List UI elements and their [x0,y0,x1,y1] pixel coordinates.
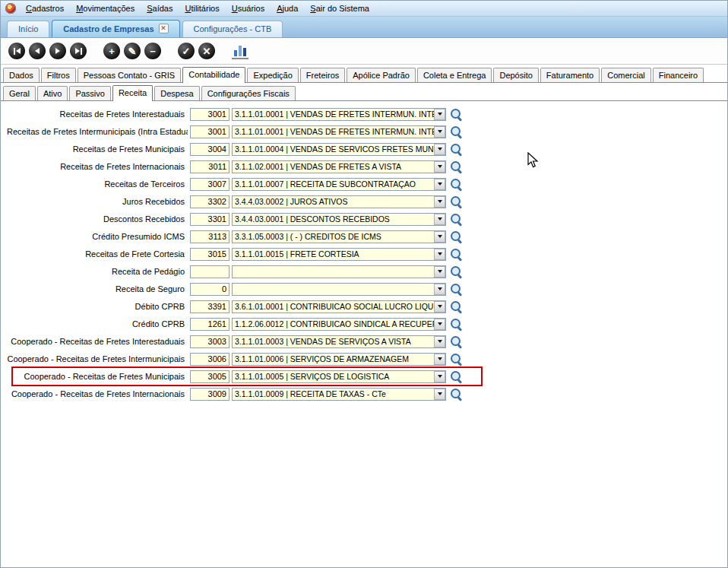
search-icon[interactable] [450,178,463,191]
account-code-input[interactable] [190,195,229,208]
search-icon[interactable] [450,108,463,121]
account-dropdown[interactable]: 3.4.4.03.0001 | DESCONTOS RECEBIDOS [232,213,446,226]
search-icon[interactable] [450,388,463,401]
search-icon[interactable] [450,213,463,226]
chevron-down-icon[interactable] [434,196,445,208]
search-icon[interactable] [450,160,463,173]
account-dropdown[interactable]: 3.1.1.01.0003 | VENDAS DE SERVIÇOS A VIS… [232,335,446,348]
main-tab[interactable]: Contabilidade [182,67,245,83]
account-code-input[interactable] [190,125,229,138]
search-icon[interactable] [450,300,463,313]
main-tab[interactable]: Freteiros [300,68,345,82]
sub-tab[interactable]: Receita [112,85,153,101]
account-dropdown[interactable] [232,265,446,278]
menu-item[interactable]: Movimentações [70,2,141,14]
chevron-down-icon[interactable] [434,284,445,295]
search-icon[interactable] [450,125,463,138]
main-tab[interactable]: Faturamento [540,68,600,82]
search-icon[interactable] [450,230,463,243]
search-icon[interactable] [450,143,463,156]
account-dropdown[interactable]: 3.1.1.01.0005 | SERVIÇOS DE LOGISTICA [232,370,446,383]
account-code-input[interactable] [190,160,229,173]
search-icon[interactable] [450,370,463,383]
menu-item[interactable]: Ajuda [271,2,304,14]
menu-item[interactable]: Saídas [141,2,179,14]
chevron-down-icon[interactable] [434,161,445,173]
chevron-down-icon[interactable] [434,249,445,260]
window-tab[interactable]: Início [7,21,49,37]
window-tab[interactable]: Configurações - CTB [182,21,283,37]
account-dropdown[interactable]: 3.1.1.01.0006 | SERVIÇOS DE ARMAZENAGEM [232,353,446,366]
search-icon[interactable] [450,265,463,278]
main-tab[interactable]: Coleta e Entrega [417,68,492,82]
main-tab[interactable]: Expedição [247,68,298,82]
search-icon[interactable] [450,353,463,366]
sub-tab[interactable]: Despesa [154,86,199,100]
chevron-down-icon[interactable] [434,301,445,313]
search-icon[interactable] [450,195,463,208]
chevron-down-icon[interactable] [434,109,445,120]
account-code-input[interactable] [190,283,229,296]
chevron-down-icon[interactable] [434,231,445,243]
chevron-down-icon[interactable] [434,371,445,382]
account-dropdown[interactable]: 3.1.1.01.0015 | FRETE CORTESIA [232,248,446,261]
account-code-input[interactable] [190,213,229,226]
account-dropdown[interactable]: 3.1.1.02.0001 | VENDAS DE FRETES A VISTA [232,160,446,173]
account-dropdown[interactable] [232,283,446,296]
main-tab[interactable]: Dados [3,68,40,82]
chevron-down-icon[interactable] [434,214,445,225]
account-code-input[interactable] [190,370,229,383]
account-code-input[interactable] [190,388,229,401]
account-code-input[interactable] [190,143,229,156]
cancel-button[interactable]: ✕ [198,43,215,59]
main-tab[interactable]: Pessoas Contato - GRIS [78,68,181,82]
main-tab[interactable]: Comercial [601,68,651,82]
window-tab[interactable]: Cadastro de Empresas [52,20,179,37]
account-dropdown[interactable]: 3.1.1.01.0001 | VENDAS DE FRETES INTERMU… [232,108,446,121]
menu-item[interactable]: Utilitários [179,2,225,14]
account-dropdown[interactable]: 1.1.2.06.0012 | CONTRIBUICAO SINDICAL A … [232,318,446,331]
main-tab[interactable]: Filtros [41,68,76,82]
next-record-button[interactable] [49,43,66,59]
account-code-input[interactable] [190,353,229,366]
add-record-button[interactable]: + [103,43,120,59]
chevron-down-icon[interactable] [434,266,445,278]
account-code-input[interactable] [190,108,229,121]
chevron-down-icon[interactable] [434,336,445,347]
close-icon[interactable] [159,24,169,33]
first-record-button[interactable] [8,43,25,59]
account-code-input[interactable] [190,300,229,313]
chevron-down-icon[interactable] [434,389,445,400]
account-code-input[interactable] [190,248,229,261]
last-record-button[interactable] [70,43,87,59]
account-dropdown[interactable]: 3.1.1.01.0007 | RECEITA DE SUBCONTRATAÇA… [232,178,446,191]
search-icon[interactable] [450,283,463,296]
previous-record-button[interactable] [29,43,46,59]
main-tab[interactable]: Apólice Padrão [347,68,416,82]
account-dropdown[interactable]: 3.1.1.01.0009 | RECEITA DE TAXAS - CTe [232,388,446,401]
menu-item[interactable]: Cadastros [20,2,70,14]
menu-item[interactable]: Usuários [226,2,271,14]
chevron-down-icon[interactable] [434,319,445,330]
menu-item[interactable]: Sair do Sistema [304,2,375,14]
sub-tab[interactable]: Geral [3,86,36,100]
chevron-down-icon[interactable] [434,354,445,365]
confirm-button[interactable]: ✓ [178,43,195,59]
account-code-input[interactable] [190,178,229,191]
sub-tab[interactable]: Configurações Fiscais [201,86,296,100]
account-dropdown[interactable]: 3.3.1.05.0003 | ( - ) CREDITOS DE ICMS [232,230,446,243]
account-code-input[interactable] [190,265,229,278]
account-dropdown[interactable]: 3.1.1.01.0004 | VENDAS DE SERVICOS FRETE… [232,143,446,156]
main-tab[interactable]: Depósito [493,68,538,82]
search-icon[interactable] [450,318,463,331]
account-code-input[interactable] [190,230,229,243]
chart-button[interactable] [232,43,248,59]
account-code-input[interactable] [190,335,229,348]
edit-record-button[interactable]: ✎ [124,43,141,59]
sub-tab[interactable]: Ativo [37,86,68,100]
account-dropdown[interactable]: 3.4.4.03.0002 | JUROS ATIVOS [232,195,446,208]
main-tab[interactable]: Financeiro [653,68,704,82]
delete-record-button[interactable]: − [144,43,161,59]
chevron-down-icon[interactable] [434,144,445,155]
account-dropdown[interactable]: 3.6.1.01.0001 | CONTRIBUICAO SOCIAL LUCR… [232,300,446,313]
